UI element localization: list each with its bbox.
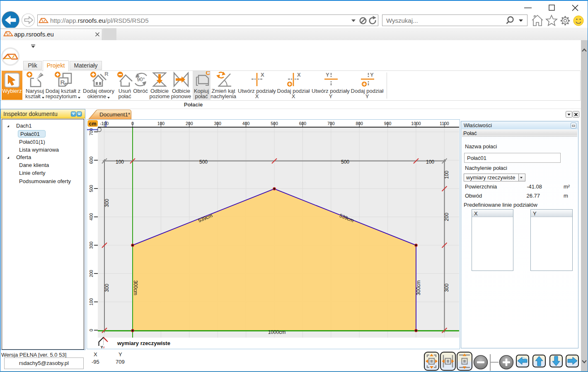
svg-text:Y: Y	[326, 72, 329, 78]
svg-text:wymiary rzeczywiste: wymiary rzeczywiste	[117, 340, 170, 346]
svg-text:100: 100	[157, 121, 165, 126]
svg-text:C: C	[206, 71, 211, 76]
svg-text:300: 300	[444, 283, 450, 292]
svg-text:X: X	[261, 72, 264, 78]
svg-text:800: 800	[356, 121, 363, 126]
svg-text:300: 300	[214, 121, 221, 126]
svg-text:90°: 90°	[137, 77, 145, 82]
svg-text:-100: -100	[100, 121, 109, 126]
svg-text:400: 400	[89, 213, 94, 221]
svg-text:600: 600	[299, 121, 307, 126]
svg-text:100: 100	[426, 159, 434, 165]
svg-text:900: 900	[384, 121, 392, 126]
svg-text:1100: 1100	[440, 121, 449, 126]
svg-text:300: 300	[89, 242, 94, 249]
svg-text:Y: Y	[370, 72, 374, 78]
svg-text:600: 600	[89, 157, 94, 164]
svg-text:X: X	[297, 72, 301, 78]
svg-text:0: 0	[131, 121, 134, 126]
svg-text:300cm: 300cm	[416, 280, 421, 295]
svg-text:500: 500	[271, 121, 278, 126]
svg-text:400: 400	[242, 121, 250, 126]
svg-text:100: 100	[116, 159, 124, 165]
svg-text:Y: Y	[101, 345, 104, 349]
svg-text:300: 300	[104, 199, 110, 207]
svg-text:1000cm: 1000cm	[268, 329, 286, 335]
svg-text:100: 100	[89, 298, 94, 306]
svg-text:r: r	[104, 345, 105, 349]
svg-text:R: R	[104, 71, 109, 77]
svg-text:700: 700	[327, 121, 335, 126]
svg-text:300: 300	[104, 284, 110, 292]
svg-text:500: 500	[89, 185, 94, 192]
svg-text:cm: cm	[89, 121, 96, 127]
svg-text:200: 200	[186, 121, 193, 126]
svg-text:300cm: 300cm	[133, 280, 138, 295]
svg-text:100: 100	[444, 171, 450, 179]
svg-text:200: 200	[89, 270, 94, 277]
svg-text:200: 200	[444, 213, 450, 221]
svg-text:R: R	[60, 79, 65, 86]
svg-text:500: 500	[199, 159, 208, 165]
svg-text:500: 500	[341, 159, 349, 165]
svg-text:0: 0	[89, 329, 94, 331]
svg-text:1000: 1000	[411, 121, 421, 126]
